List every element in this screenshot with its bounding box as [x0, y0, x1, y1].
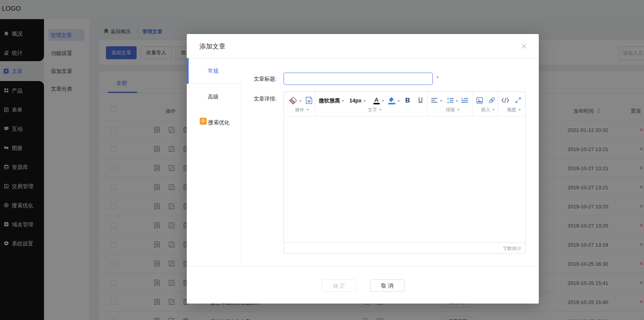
- svg-text:W: W: [307, 99, 311, 103]
- svg-text:A: A: [375, 96, 379, 103]
